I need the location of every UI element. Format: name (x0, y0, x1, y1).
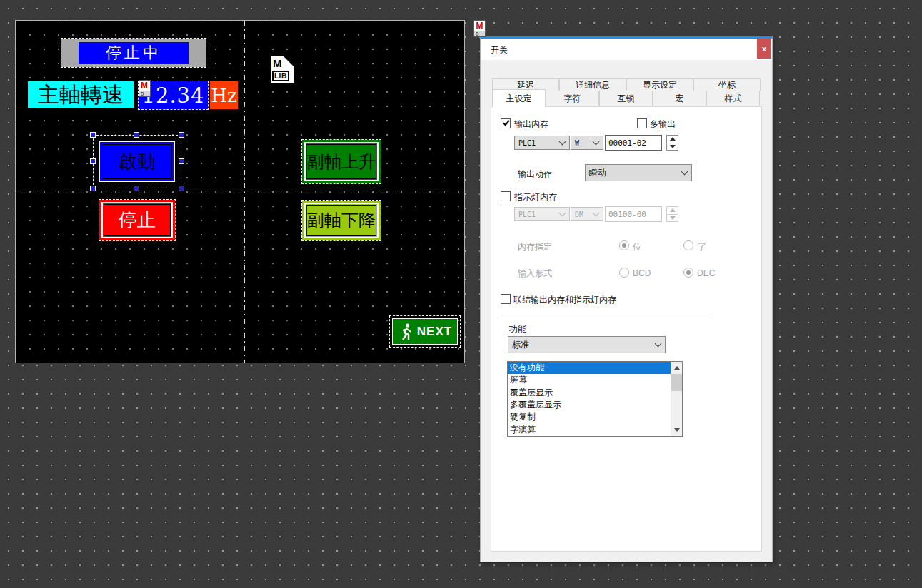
next-screen-button[interactable]: NEXT (392, 318, 458, 345)
bit-label: 位 (633, 241, 641, 253)
lamp-plc-select: PLC1 (514, 207, 570, 221)
tab-interlock[interactable]: 互锁 (599, 91, 653, 106)
link-memories-checkbox[interactable] (501, 294, 511, 304)
link-memories-label: 联结输出内存和指示灯内存 (513, 294, 616, 306)
scrollbar-thumb[interactable] (671, 374, 682, 391)
chevron-down-icon (593, 138, 600, 146)
list-item[interactable]: 覆盖层显示 (508, 387, 671, 399)
bcd-radio (619, 268, 629, 278)
scroll-up-icon[interactable] (671, 362, 682, 374)
hmi-canvas[interactable]: 停止中 主軸轉速 12.34 M 0 Hz M LIB 啟動 停止 副軸上升 (15, 20, 465, 363)
list-item[interactable]: 没有功能 (508, 362, 671, 374)
start-button[interactable]: 啟動 (99, 141, 175, 182)
switch-dialog: 开关 x 延迟 详细信息 显示设定 坐标 主设定 字符 互锁 宏 样式 输出内存… (480, 36, 773, 562)
tab-style[interactable]: 样式 (706, 91, 760, 106)
aux-down-button[interactable]: 副軸下降 (302, 201, 381, 240)
function-listbox[interactable]: 没有功能 屏幕 覆盖层显示 多覆盖层显示 硬复制 字演算 (507, 361, 683, 437)
section-divider (501, 315, 712, 315)
speed-value: 12.34 (141, 83, 204, 108)
function-label: 功能 (509, 323, 526, 335)
input-format-label: 输入形式 (518, 268, 552, 280)
chevron-down-icon (593, 210, 600, 217)
output-memory-label: 输出内存 (514, 118, 548, 131)
running-man-icon (398, 323, 415, 341)
lamp-address-stepper (666, 206, 678, 222)
lamp-address-input: 00100-00 (605, 206, 662, 222)
spindle-speed-label[interactable]: 主軸轉速 (28, 81, 134, 108)
listbox-scrollbar[interactable] (671, 362, 682, 436)
close-button[interactable]: x (757, 39, 771, 59)
function-mode-select[interactable]: 标准 (508, 336, 666, 353)
aux-up-button[interactable]: 副軸上升 (302, 140, 381, 183)
tab-details[interactable]: 详细信息 (559, 78, 626, 91)
lamp-memory-checkbox[interactable] (501, 191, 511, 201)
memory-marker-icon: M 0 (139, 80, 151, 97)
device-select[interactable]: W (571, 136, 603, 150)
dialog-title: 开关 (491, 44, 508, 56)
main-settings-panel: 输出内存 多输出 PLC1 W 00001-02 输出动作 瞬动 指示灯内存 P… (491, 106, 762, 552)
unit-label[interactable]: Hz (210, 81, 238, 109)
mlib-triangle (284, 56, 294, 67)
dec-radio (683, 268, 693, 278)
multi-output-checkbox[interactable] (637, 118, 647, 128)
tab-coords[interactable]: 坐标 (693, 78, 761, 91)
output-action-select[interactable]: 瞬动 (585, 164, 692, 181)
list-item[interactable]: 屏幕 (508, 374, 671, 386)
address-stepper[interactable] (666, 135, 678, 151)
chevron-down-icon (559, 138, 566, 146)
tab-display[interactable]: 显示设定 (626, 78, 693, 91)
scroll-down-icon[interactable] (671, 424, 682, 436)
start-inner-border (102, 144, 172, 179)
chevron-down-icon (655, 340, 662, 348)
lamp-memory-label: 指示灯内存 (514, 191, 557, 203)
dialog-titlebar[interactable]: 开关 x (481, 39, 772, 60)
word-label: 字 (697, 241, 706, 253)
output-memory-checkbox[interactable] (501, 118, 511, 128)
list-item[interactable]: 硬复制 (508, 411, 671, 423)
output-action-label: 输出动作 (518, 168, 552, 181)
list-item[interactable]: 多覆盖层显示 (508, 399, 671, 411)
speed-numeric-display[interactable]: 12.34 M 0 (139, 81, 208, 109)
word-radio (683, 240, 693, 250)
status-lamp[interactable]: 停止中 (61, 39, 206, 67)
list-item[interactable]: 字演算 (508, 424, 671, 436)
multi-output-label: 多输出 (650, 118, 676, 131)
horizontal-guide-line (16, 191, 464, 191)
vertical-guide-line (244, 21, 245, 363)
tab-main-settings[interactable]: 主设定 (492, 89, 546, 107)
library-part-icon[interactable]: M LIB (271, 56, 294, 83)
plc-select[interactable]: PLC1 (514, 136, 570, 150)
chevron-down-icon (559, 210, 566, 217)
status-lamp-face: 停止中 (79, 42, 189, 64)
step-up-icon[interactable] (667, 136, 678, 143)
step-down-icon[interactable] (667, 143, 678, 151)
address-input[interactable]: 00001-02 (605, 135, 662, 151)
bit-radio (619, 240, 629, 250)
dec-label: DEC (697, 268, 715, 278)
tab-macro[interactable]: 宏 (653, 91, 706, 106)
memory-marker-icon: M 0 (473, 20, 486, 37)
bcd-label: BCD (633, 268, 651, 278)
chevron-down-icon (681, 168, 688, 176)
memory-spec-label: 内存指定 (518, 241, 552, 253)
tab-text[interactable]: 字符 (546, 91, 599, 106)
lamp-device-select: DM (571, 207, 603, 221)
stop-button[interactable]: 停止 (99, 200, 175, 240)
